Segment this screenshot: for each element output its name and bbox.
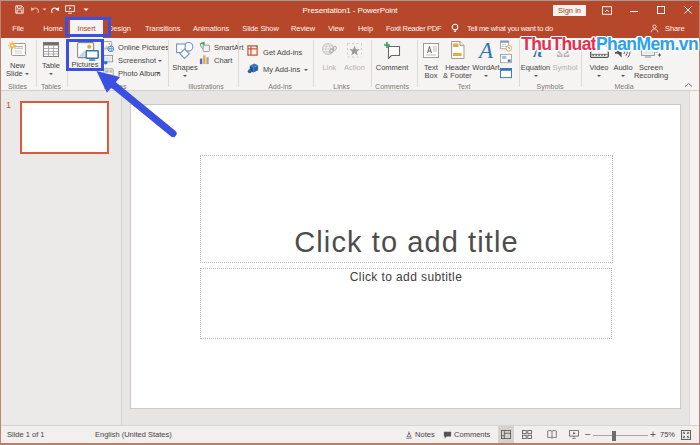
slide-show-icon bbox=[569, 430, 579, 439]
new-slide-button[interactable]: New Slide bbox=[2, 62, 33, 78]
notes-icon bbox=[405, 431, 413, 439]
group-label-comments: Comments bbox=[371, 82, 413, 91]
smartart-button[interactable]: SmartArt bbox=[199, 41, 244, 53]
shapes-icon bbox=[176, 42, 194, 59]
slide-canvas[interactable]: Click to add title Click to add subtitle bbox=[130, 104, 681, 409]
group-label-media: Media bbox=[593, 82, 655, 91]
chart-button[interactable]: Chart bbox=[199, 54, 232, 66]
get-addins-button[interactable]: Get Add-ins bbox=[247, 45, 302, 57]
group-label-images: Images bbox=[90, 82, 140, 91]
zoom-level[interactable]: 75% bbox=[660, 426, 675, 444]
slide-thumbnail-panel: 1 bbox=[0, 91, 122, 425]
tab-design[interactable]: Design bbox=[107, 18, 132, 38]
pictures-button[interactable]: Pictures bbox=[68, 61, 102, 69]
tab-review[interactable]: Review bbox=[291, 18, 315, 38]
group-label-slides: Slides bbox=[2, 82, 33, 91]
my-addins-button[interactable]: My Add-ins bbox=[247, 62, 308, 74]
vertical-scrollbar[interactable] bbox=[689, 91, 700, 425]
text-box-icon bbox=[423, 43, 439, 58]
action-icon bbox=[346, 42, 363, 59]
my-addins-icon bbox=[247, 62, 259, 74]
tab-foxit-reader-pdf[interactable]: Foxit Reader PDF bbox=[386, 18, 438, 38]
link-icon bbox=[321, 42, 338, 59]
photo-album-button[interactable]: Photo Album bbox=[103, 67, 161, 79]
shapes-button[interactable]: Shapes bbox=[168, 64, 202, 80]
photo-album-dropdown-icon[interactable] bbox=[155, 70, 161, 76]
get-addins-icon bbox=[247, 45, 259, 57]
slide-sorter-icon bbox=[522, 430, 532, 439]
group-label-addins: Add-ins bbox=[250, 82, 310, 91]
close-icon[interactable] bbox=[683, 5, 693, 15]
screenshot-icon bbox=[103, 54, 114, 65]
comments-icon bbox=[443, 431, 452, 439]
comment-icon bbox=[383, 41, 402, 60]
subtitle-placeholder-text: Click to add subtitle bbox=[201, 270, 611, 284]
object-icon bbox=[500, 68, 512, 79]
subtitle-placeholder[interactable]: Click to add subtitle bbox=[200, 268, 612, 339]
symbol-button[interactable]: Symbol bbox=[552, 64, 578, 72]
comment-button[interactable]: Comment bbox=[371, 64, 413, 72]
screen-recording-button[interactable]: ScreenRecording bbox=[630, 64, 672, 80]
date-time-icon bbox=[500, 40, 512, 52]
reading-view-icon bbox=[547, 430, 557, 439]
table-icon bbox=[43, 42, 59, 57]
workspace: 1 Click to add title Click to add subtit… bbox=[0, 91, 700, 425]
smartart-icon bbox=[199, 41, 210, 52]
powerpoint-window: Presentation1 - PowerPoint Sign in File … bbox=[0, 0, 700, 445]
notes-button[interactable]: Notes bbox=[405, 426, 435, 444]
slide-show-view-button[interactable] bbox=[566, 426, 582, 444]
status-bar: Slide 1 of 1 English (United States) Not… bbox=[0, 425, 700, 443]
pictures-icon bbox=[77, 42, 99, 61]
reading-view-button[interactable] bbox=[544, 426, 560, 444]
comments-button[interactable]: Comments bbox=[443, 426, 490, 444]
tab-slide-show[interactable]: Slide Show bbox=[242, 18, 279, 38]
slide-thumbnail[interactable] bbox=[20, 101, 110, 154]
group-label-symbols: Symbols bbox=[519, 82, 581, 91]
group-label-tables: Tables bbox=[36, 82, 66, 91]
ribbon-display-options-icon[interactable] bbox=[602, 6, 612, 15]
collapse-ribbon-icon[interactable] bbox=[684, 82, 693, 88]
maximize-icon[interactable] bbox=[656, 5, 666, 15]
tab-view[interactable]: View bbox=[326, 18, 346, 38]
wordart-icon: A bbox=[474, 40, 498, 62]
group-label-links: Links bbox=[313, 82, 370, 91]
tab-help[interactable]: Help bbox=[356, 18, 375, 38]
title-placeholder[interactable]: Click to add title bbox=[200, 155, 613, 263]
slide-indicator[interactable]: Slide 1 of 1 bbox=[7, 426, 45, 444]
zoom-slider-handle[interactable] bbox=[612, 431, 616, 441]
sign-in-button[interactable]: Sign in bbox=[553, 5, 586, 16]
table-button[interactable]: Table bbox=[36, 62, 66, 78]
title-placeholder-text: Click to add title bbox=[201, 226, 612, 259]
online-pictures-button[interactable]: Online Pictures bbox=[103, 41, 169, 53]
language-indicator[interactable]: English (United States) bbox=[95, 426, 172, 444]
chart-icon bbox=[199, 54, 210, 65]
tab-insert[interactable]: Insert bbox=[70, 18, 103, 38]
window-title: Presentation1 - PowerPoint bbox=[0, 1, 700, 19]
watermark: ThuThuatPhanMem.vn bbox=[521, 34, 698, 55]
wordart-button[interactable]: WordArt bbox=[469, 64, 503, 80]
normal-view-button[interactable] bbox=[498, 426, 514, 444]
minimize-icon[interactable] bbox=[629, 5, 639, 15]
normal-view-icon bbox=[501, 430, 511, 439]
screenshot-button[interactable]: Screenshot bbox=[103, 54, 162, 66]
group-label-illustrations: Illustrations bbox=[175, 82, 237, 91]
action-button[interactable]: Action bbox=[339, 64, 370, 72]
fit-slide-icon bbox=[681, 430, 691, 440]
slide-sorter-view-button[interactable] bbox=[519, 426, 535, 444]
tab-home[interactable]: Home bbox=[41, 18, 65, 38]
zoom-out-button[interactable]: − bbox=[585, 426, 591, 444]
equation-button[interactable]: Equation bbox=[518, 64, 553, 80]
tab-animations[interactable]: Animations bbox=[193, 18, 227, 38]
tab-transitions[interactable]: Transitions bbox=[145, 18, 179, 38]
tab-file[interactable]: File bbox=[6, 18, 30, 38]
group-divider bbox=[238, 40, 239, 87]
title-bar: Presentation1 - PowerPoint Sign in bbox=[0, 0, 700, 18]
zoom-in-button[interactable]: + bbox=[650, 426, 656, 444]
online-pictures-icon bbox=[103, 41, 114, 52]
group-label-text: Text bbox=[440, 82, 488, 91]
zoom-slider-track[interactable] bbox=[593, 435, 648, 436]
header-footer-icon bbox=[450, 41, 465, 59]
fit-slide-button[interactable] bbox=[677, 426, 695, 444]
photo-album-icon bbox=[103, 67, 114, 78]
slide-number: 1 bbox=[6, 100, 11, 110]
